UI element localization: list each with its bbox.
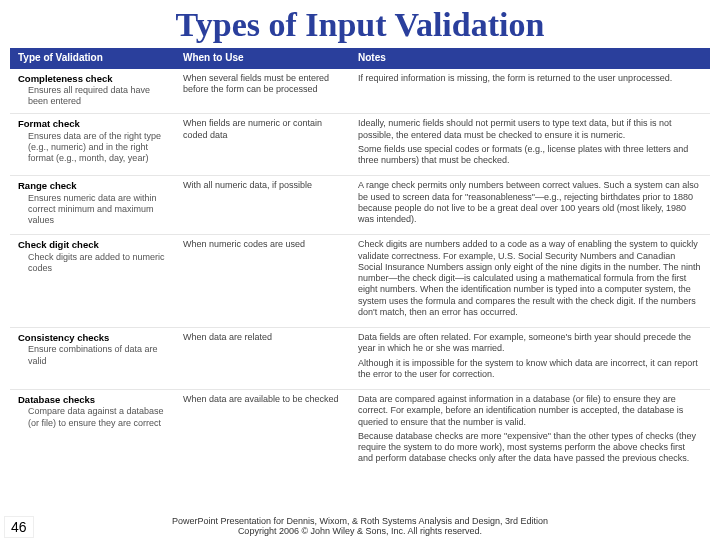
table-row: Check digit check Check digits are added… bbox=[10, 235, 710, 328]
slide-title: Types of Input Validation bbox=[0, 0, 720, 48]
cell-notes: Data are compared against information in… bbox=[350, 390, 710, 474]
cell-when: When fields are numeric or contain coded… bbox=[175, 114, 350, 176]
cell-notes: If required information is missing, the … bbox=[350, 69, 710, 114]
row-desc: Check digits are added to numeric codes bbox=[18, 252, 167, 275]
header-type: Type of Validation bbox=[10, 48, 175, 69]
note: Data fields are often related. For examp… bbox=[358, 332, 702, 355]
table-row: Database checks Compare data against a d… bbox=[10, 390, 710, 474]
cell-type: Consistency checks Ensure combinations o… bbox=[10, 328, 175, 390]
cell-notes: Check digits are numbers added to a code… bbox=[350, 235, 710, 328]
cell-type: Database checks Compare data against a d… bbox=[10, 390, 175, 474]
row-name: Completeness check bbox=[18, 73, 113, 84]
note: Check digits are numbers added to a code… bbox=[358, 239, 702, 318]
note: Ideally, numeric fields should not permi… bbox=[358, 118, 702, 141]
cell-notes: Ideally, numeric fields should not permi… bbox=[350, 114, 710, 176]
cell-when: When numeric codes are used bbox=[175, 235, 350, 328]
row-desc: Ensure combinations of data are valid bbox=[18, 344, 167, 367]
note: Because database checks are more "expens… bbox=[358, 431, 702, 465]
cell-type: Completeness check Ensures all required … bbox=[10, 69, 175, 114]
footer: PowerPoint Presentation for Dennis, Wixo… bbox=[0, 516, 720, 536]
row-desc: Ensures all required data have been ente… bbox=[18, 85, 167, 108]
cell-when: With all numeric data, if possible bbox=[175, 176, 350, 235]
cell-type: Check digit check Check digits are added… bbox=[10, 235, 175, 328]
note: A range check permits only numbers betwe… bbox=[358, 180, 702, 225]
row-desc: Compare data against a database (or file… bbox=[18, 406, 167, 429]
row-name: Range check bbox=[18, 180, 77, 191]
header-when: When to Use bbox=[175, 48, 350, 69]
validation-table: Type of Validation When to Use Notes Com… bbox=[10, 48, 710, 474]
cell-type: Format check Ensures data are of the rig… bbox=[10, 114, 175, 176]
row-name: Consistency checks bbox=[18, 332, 109, 343]
table-row: Completeness check Ensures all required … bbox=[10, 69, 710, 114]
table-row: Consistency checks Ensure combinations o… bbox=[10, 328, 710, 390]
row-desc: Ensures data are of the right type (e.g.… bbox=[18, 131, 167, 165]
note: If required information is missing, the … bbox=[358, 73, 702, 84]
cell-when: When several fields must be entered befo… bbox=[175, 69, 350, 114]
table-row: Range check Ensures numeric data are wit… bbox=[10, 176, 710, 235]
cell-notes: A range check permits only numbers betwe… bbox=[350, 176, 710, 235]
footer-line-2: Copyright 2006 © John Wiley & Sons, Inc.… bbox=[0, 526, 720, 536]
cell-notes: Data fields are often related. For examp… bbox=[350, 328, 710, 390]
header-notes: Notes bbox=[350, 48, 710, 69]
page-number: 46 bbox=[4, 516, 34, 538]
cell-when: When data are available to be checked bbox=[175, 390, 350, 474]
note: Some fields use special codes or formats… bbox=[358, 144, 702, 167]
footer-line-1: PowerPoint Presentation for Dennis, Wixo… bbox=[0, 516, 720, 526]
row-name: Database checks bbox=[18, 394, 95, 405]
row-name: Check digit check bbox=[18, 239, 99, 250]
row-name: Format check bbox=[18, 118, 80, 129]
cell-type: Range check Ensures numeric data are wit… bbox=[10, 176, 175, 235]
table-header-row: Type of Validation When to Use Notes bbox=[10, 48, 710, 69]
cell-when: When data are related bbox=[175, 328, 350, 390]
note: Although it is impossible for the system… bbox=[358, 358, 702, 381]
note: Data are compared against information in… bbox=[358, 394, 702, 428]
row-desc: Ensures numeric data are within correct … bbox=[18, 193, 167, 227]
table-row: Format check Ensures data are of the rig… bbox=[10, 114, 710, 176]
slide: Types of Input Validation Type of Valida… bbox=[0, 0, 720, 540]
